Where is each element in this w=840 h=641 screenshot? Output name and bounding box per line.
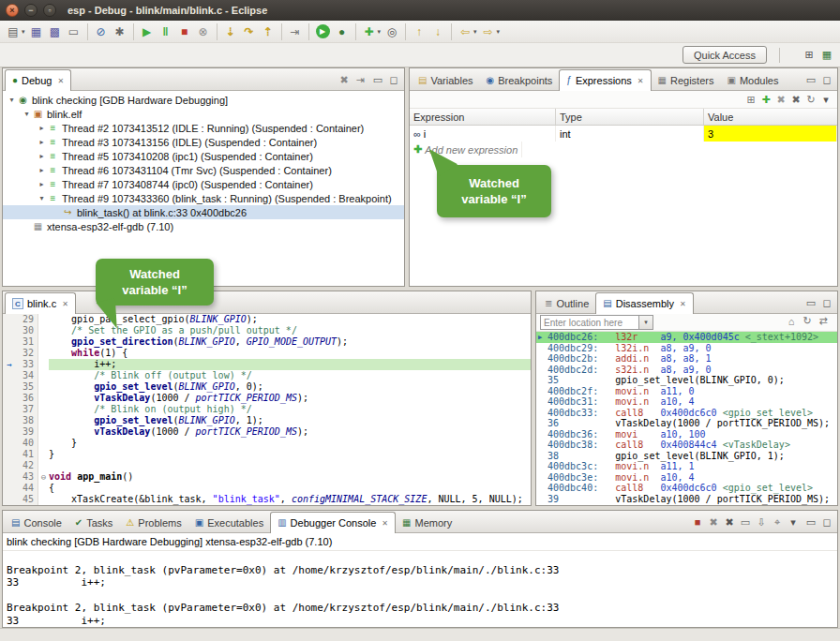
skip-all-breakpoints-button[interactable]: ⊘	[93, 23, 110, 40]
quick-access-button[interactable]: Quick Access	[682, 46, 767, 64]
view-menu-icon[interactable]: ▾	[818, 92, 833, 107]
next-annotation-button[interactable]: ↓	[429, 23, 446, 40]
tab-breakpoints[interactable]: ◉Breakpoints	[480, 70, 560, 90]
resume-button[interactable]: ▶	[139, 23, 156, 40]
tab-expressions[interactable]: ƒExpressions✕	[559, 69, 651, 91]
tab-debug[interactable]: ● Debug ✕	[5, 69, 71, 91]
disassembly-line[interactable]: 400dbc36: movi a10, 100	[536, 429, 837, 440]
expander-icon[interactable]: ▾	[7, 96, 17, 104]
maximize-view-icon[interactable]: ◻	[386, 72, 401, 87]
editor-line[interactable]: 32 while(1) {	[3, 348, 531, 359]
location-input[interactable]: Enter location here	[540, 315, 639, 330]
editor-line[interactable]: →33 i++;	[3, 359, 531, 370]
expander-icon[interactable]: ▸	[37, 138, 47, 146]
debug-tree-row[interactable]: ▾▣blink.elf	[3, 107, 404, 121]
add-expression-row[interactable]: ✚Add new expression	[410, 142, 837, 157]
disassembly-line[interactable]: 400dbc40: call8 0x400dc6c0 <gpio_set_lev…	[536, 483, 837, 494]
build-all-button[interactable]: ✱	[112, 23, 128, 40]
expander-icon[interactable]: ▾	[22, 110, 32, 118]
minimize-view-icon[interactable]: ▭	[803, 295, 818, 310]
tab-debugger-console[interactable]: ▥Debugger Console✕	[270, 512, 396, 533]
clear-console-icon[interactable]: ▭	[738, 514, 753, 529]
window-maximize-button[interactable]: ▫	[43, 4, 56, 17]
debug-tree-row[interactable]: ▸≡Thread #3 1073413156 (IDLE) (Suspended…	[3, 135, 404, 149]
remove-all-launches-icon[interactable]: ✖	[722, 514, 737, 529]
window-close-button[interactable]: ×	[6, 4, 19, 17]
disassembly-line[interactable]: 35 gpio_set_level(BLINK_GPIO, 0);	[536, 375, 837, 386]
console-menu-icon[interactable]: ▾	[786, 514, 801, 529]
expander-icon[interactable]: ▸	[37, 124, 47, 132]
debug-perspective-button[interactable]: ▦	[819, 47, 834, 62]
debug-tree-row[interactable]: ▸≡Thread #7 1073408744 (ipc0) (Suspended…	[3, 177, 404, 191]
debugger-console-output[interactable]: blink checking [GDB Hardware Debugging] …	[3, 533, 837, 627]
tab-blink-c[interactable]: C blink.c ✕	[5, 292, 76, 314]
editor-line[interactable]: 38 gpio_set_level(BLINK_GPIO, 1);	[3, 415, 531, 426]
disassembly-line[interactable]: 38 gpio_set_level(BLINK_GPIO, 1);	[536, 451, 837, 462]
close-icon[interactable]: ✕	[382, 519, 388, 528]
suspend-button[interactable]: ‖	[158, 23, 174, 40]
editor-line[interactable]: 29 gpio_pad_select_gpio(BLINK_GPIO);	[3, 314, 531, 325]
scroll-lock-icon[interactable]: ⇩	[754, 514, 769, 529]
expander-icon[interactable]: ▸	[37, 166, 47, 174]
back-dropdown-icon[interactable]: ▾	[473, 28, 477, 36]
code-editor[interactable]: 29 gpio_pad_select_gpio(BLINK_GPIO);30 /…	[3, 314, 531, 505]
editor-line[interactable]: 41}	[3, 449, 531, 460]
location-combo[interactable]: Enter location here ▾	[540, 315, 653, 330]
column-header-type[interactable]: Type	[556, 109, 704, 125]
tab-modules[interactable]: ▣Modules	[720, 70, 785, 90]
close-icon[interactable]: ✕	[62, 300, 68, 308]
debug-tree-row[interactable]: ↪blink_task() at blink.c:33 0x400dbc26	[3, 205, 404, 219]
disassembly-line[interactable]: 400dbc3c: movi.n a11, 1	[536, 461, 837, 472]
expander-icon[interactable]: ▸	[37, 152, 47, 160]
debug-tree[interactable]: ▾◉blink checking [GDB Hardware Debugging…	[3, 91, 404, 286]
close-icon[interactable]: ✕	[680, 300, 686, 308]
debug-tree-row[interactable]: ▾≡Thread #9 1073433360 (blink_task : Run…	[3, 191, 404, 205]
remove-launch-icon[interactable]: ✖	[706, 514, 721, 529]
window-minimize-button[interactable]: −	[24, 4, 38, 17]
editor-line[interactable]: 37 /* Blink on (output high) */	[3, 404, 531, 415]
step-into-button[interactable]: ⇣	[222, 23, 239, 40]
minimize-view-icon[interactable]: ▭	[803, 514, 818, 529]
maximize-view-icon[interactable]: ◻	[819, 295, 834, 310]
step-return-button[interactable]: ⇡	[260, 23, 277, 40]
disassembly-line[interactable]: 39 vTaskDelay(1000 / portTICK_PERIOD_MS)…	[536, 494, 837, 505]
tab-registers[interactable]: ▦Registers	[652, 70, 721, 90]
debug-button[interactable]: ●	[334, 23, 351, 40]
add-expression-icon[interactable]: ✚	[758, 92, 773, 107]
debug-tree-row[interactable]: ▦xtensa-esp32-elf-gdb (7.10)	[3, 219, 404, 233]
maximize-view-icon[interactable]: ◻	[819, 514, 834, 529]
disassembly-line[interactable]: 400dbc2f: movi.n a11, 0	[536, 386, 837, 397]
editor-line[interactable]: 42	[3, 460, 531, 471]
new-button[interactable]: ▤	[5, 23, 22, 40]
save-button[interactable]: ▦	[28, 23, 45, 40]
new-cpp-wizard-dropdown-icon[interactable]: ▾	[378, 28, 382, 36]
tab-variables[interactable]: ▤Variables	[412, 70, 480, 90]
save-all-button[interactable]: ▩	[47, 23, 64, 40]
disassembly-line[interactable]: 400dbc3e: movi.n a10, 4	[536, 472, 837, 484]
forward-dropdown-icon[interactable]: ▾	[497, 28, 501, 36]
debug-tree-row[interactable]: ▸≡Thread #2 1073413512 (IDLE : Running) …	[3, 121, 404, 135]
editor-line[interactable]: 40 }	[3, 438, 531, 449]
run-button[interactable]: ▶	[316, 24, 330, 38]
open-perspective-button[interactable]: ⊞	[802, 47, 817, 62]
pin-console-icon[interactable]: ⌖	[770, 514, 785, 529]
remove-expression-icon[interactable]: ✖	[773, 92, 788, 107]
search-button[interactable]: ◎	[383, 23, 400, 40]
column-header-value[interactable]: Value	[704, 109, 837, 125]
disassembly-line[interactable]: 400dbc2d: s32i.n a8, a9, 0	[536, 365, 837, 376]
maximize-view-icon[interactable]: ◻	[819, 72, 834, 87]
previous-annotation-button[interactable]: ↑	[411, 23, 428, 40]
fold-collapse-icon[interactable]: ⊖	[38, 471, 49, 483]
sync-selection-icon[interactable]: ⇄	[816, 314, 831, 329]
editor-line[interactable]: 43⊖void app_main()	[3, 471, 531, 483]
home-location-icon[interactable]: ⌂	[784, 314, 799, 329]
disassembly-listing[interactable]: ▶400dbc26: l32r a9, 0x400d045c <_stext+1…	[536, 332, 837, 505]
disassembly-line[interactable]: 400dbc2b: addi.n a8, a8, 1	[536, 353, 837, 365]
tab-outline[interactable]: ≣Outline	[538, 293, 595, 313]
disassembly-line[interactable]: 36 vTaskDelay(1000 / portTICK_PERIOD_MS)…	[536, 418, 837, 429]
editor-line[interactable]: 44{	[3, 483, 531, 494]
editor-line[interactable]: 39 vTaskDelay(1000 / portTICK_PERIOD_MS)…	[3, 426, 531, 438]
remove-all-expressions-icon[interactable]: ✖	[788, 92, 803, 107]
show-type-names-icon[interactable]: ⊞	[743, 92, 758, 107]
forward-button[interactable]: ⇨	[480, 23, 497, 40]
